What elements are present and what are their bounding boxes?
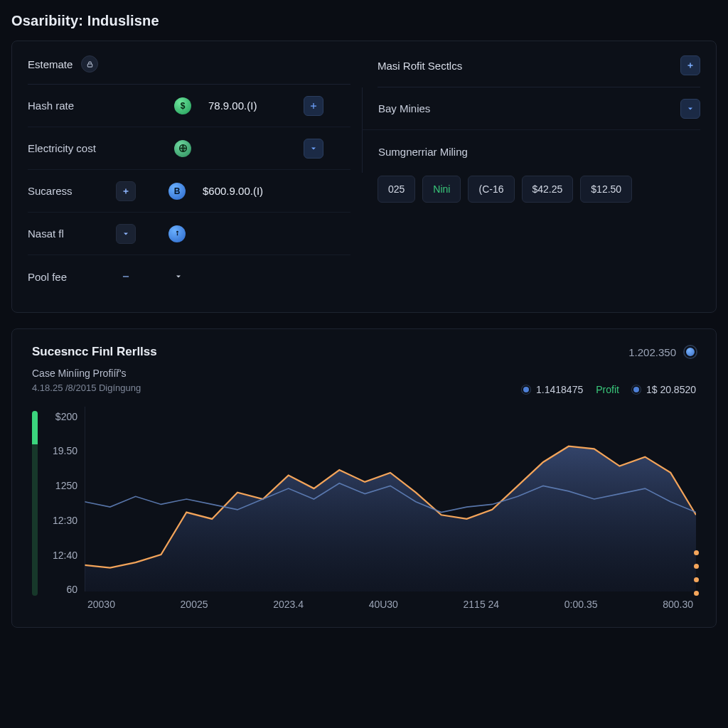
coin-icon: B — [168, 183, 186, 200]
chip-3[interactable]: (C-16 — [468, 176, 514, 203]
y-axis: $200 19.50 1250 12:30 12:40 60 — [45, 411, 77, 596]
x-tick: 20030 — [87, 599, 115, 610]
results-header-label: Masi Rofit Sectlcs — [378, 60, 462, 72]
config-panel: Estemate Hash rate $ 78.9.00.(I) Electri… — [11, 41, 717, 313]
estimate-header-label: Estemate — [28, 58, 73, 70]
electricity-value[interactable] — [201, 136, 294, 161]
x-tick: 2115 24 — [464, 599, 500, 610]
row-bay-minies: Bay Minies — [362, 87, 700, 130]
sucaress-add-button[interactable] — [116, 181, 136, 201]
lock-icon — [81, 55, 98, 73]
side-dots — [694, 550, 699, 596]
chip-1[interactable]: 025 — [378, 176, 415, 203]
plot-area[interactable]: 20030 20025 2023.4 40U30 2115 24 0:00.35… — [85, 407, 696, 620]
chart-legend: 1.1418475 Profit 1$ 20.8520 — [522, 384, 696, 395]
row-pool: Pool fee — [28, 255, 350, 298]
estimate-header: Estemate — [28, 55, 350, 85]
legend-dot-icon — [522, 385, 530, 394]
chart-body: $200 19.50 1250 12:30 12:40 60 20030 200… — [32, 407, 696, 620]
info-icon — [168, 225, 186, 242]
pool-minus-button[interactable] — [116, 267, 136, 287]
y-tick: 60 — [45, 584, 77, 595]
row-electricity: Electricity cost — [28, 127, 350, 170]
side-dot-icon — [694, 550, 699, 555]
hash-rate-value[interactable]: 78.9.00.(I) — [201, 94, 294, 118]
row-sucaress: Sucaress B $600.9.00.(I) — [28, 170, 350, 213]
row-hash-rate: Hash rate $ 78.9.00.(I) — [28, 85, 350, 127]
page-title: Osaribiity: Induslisne — [11, 13, 717, 29]
legend-c: 1$ 20.8520 — [632, 384, 696, 395]
svg-rect-0 — [87, 64, 92, 67]
pool-label: Pool fee — [28, 271, 106, 283]
chart-panel: Sucesncc Finl Rerllss 1.202.350 Case Min… — [11, 328, 717, 628]
sucaress-label: Sucaress — [28, 185, 106, 197]
chart-title: Sucesncc Finl Rerllss — [32, 345, 157, 359]
y-tick: $200 — [45, 411, 77, 422]
x-tick: 2023.4 — [273, 599, 304, 610]
sucaress-value[interactable]: $600.9.00.(I) — [196, 179, 288, 203]
summ-label: Sumgnerriar Miling — [378, 146, 700, 158]
chart-head-dot-icon — [685, 346, 696, 358]
legend-dot-icon-2 — [632, 385, 641, 394]
bay-minies-label: Bay Minies — [378, 102, 670, 114]
legend-a: 1.1418475 — [522, 384, 583, 395]
results-add-button[interactable] — [680, 55, 700, 75]
chip-row: 025 Nini (C-16 $42.25 $12.50 — [378, 176, 700, 203]
results-header: Masi Rofit Sectlcs — [378, 55, 700, 87]
row-summ: Sumgnerriar Miling — [362, 130, 700, 173]
y-progress-bar — [32, 411, 38, 596]
chip-4[interactable]: $42.25 — [522, 176, 574, 203]
nasat-dropdown[interactable] — [116, 224, 136, 244]
chart-head-value: 1.202.350 — [628, 346, 676, 358]
electricity-label: Electricity cost — [28, 142, 134, 154]
hash-rate-dropdown[interactable] — [304, 96, 323, 116]
y-tick: 12:40 — [45, 550, 77, 561]
bay-minies-dropdown[interactable] — [680, 99, 700, 119]
side-dot-icon — [694, 577, 699, 582]
x-axis: 20030 20025 2023.4 40U30 2115 24 0:00.35… — [85, 592, 696, 610]
estimate-column: Estemate Hash rate $ 78.9.00.(I) Electri… — [28, 55, 362, 298]
legend-profit: Profit — [596, 384, 619, 395]
chart-subtitle-1: Case Miníing Profiíř's — [32, 366, 141, 381]
side-dot-icon — [694, 564, 699, 569]
nasat-label: Nasat fl — [28, 228, 106, 240]
results-column: Masi Rofit Sectlcs Bay Minies Sumgnerria… — [362, 55, 700, 298]
x-tick: 800.30 — [663, 599, 693, 610]
hash-rate-label: Hash rate — [28, 100, 134, 112]
side-dot-icon — [694, 591, 699, 596]
y-tick: 1250 — [45, 480, 77, 491]
y-tick: 12:30 — [45, 515, 77, 526]
dollar-icon: $ — [174, 97, 191, 114]
pool-chevron-down-icon[interactable] — [168, 267, 188, 287]
row-nasat: Nasat fl — [28, 213, 350, 255]
chart-head-value-wrap: 1.202.350 — [628, 346, 696, 358]
chart-svg — [85, 407, 696, 592]
electricity-dropdown[interactable] — [304, 139, 323, 159]
x-tick: 40U30 — [369, 599, 398, 610]
x-tick: 0:00.35 — [564, 599, 598, 610]
y-tick: 19.50 — [45, 445, 77, 456]
chip-2[interactable]: Nini — [422, 176, 461, 203]
chart-subtitle: Case Miníing Profiíř's 4.18.25 /8/2015 D… — [32, 366, 141, 395]
chip-5[interactable]: $12.50 — [580, 176, 632, 203]
chart-subtitle-2: 4.18.25 /8/2015 Digíngung — [32, 381, 141, 395]
x-tick: 20025 — [181, 599, 208, 610]
svg-point-2 — [176, 232, 177, 232]
globe-icon — [174, 140, 191, 157]
